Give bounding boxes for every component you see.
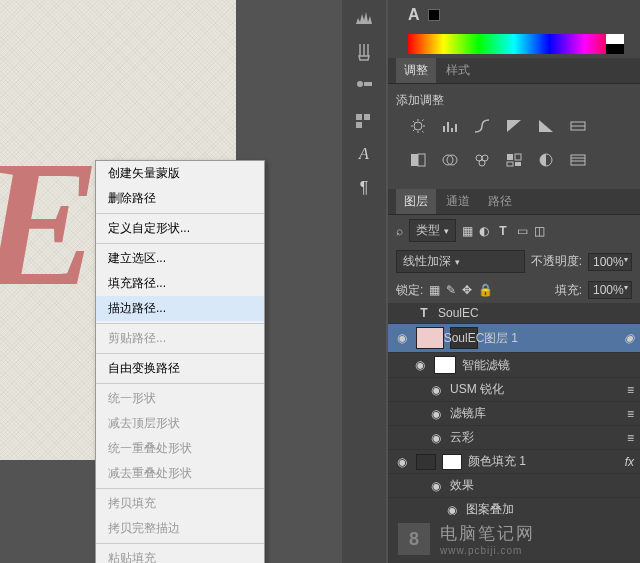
filter-mask-thumb: [434, 356, 456, 374]
context-item[interactable]: 描边路径...: [96, 296, 264, 321]
layer-smartfilters[interactable]: ◉ 智能滤镜: [388, 353, 640, 378]
watermark-footer: 8 电脑笔记网 www.pcbiji.com: [388, 515, 640, 563]
filter-options-icon[interactable]: ≡: [627, 431, 634, 445]
color-topbar: A: [388, 0, 640, 30]
context-item: 减去顶层形状: [96, 411, 264, 436]
filter-smart-icon[interactable]: ◫: [534, 224, 545, 238]
context-item[interactable]: 自由变换路径: [96, 356, 264, 381]
right-panels: A 调整 样式 添加调整 图层 通道 路径 ⌕ 类型: [388, 0, 640, 563]
lock-pixels-icon[interactable]: ✎: [446, 283, 456, 297]
context-item: 统一重叠处形状: [96, 436, 264, 461]
path-context-menu: 创建矢量蒙版删除路径定义自定形状...建立选区...填充路径...描边路径...…: [95, 160, 265, 563]
svg-rect-14: [515, 154, 521, 160]
swatches-icon[interactable]: [350, 110, 378, 130]
histogram-icon[interactable]: [350, 8, 378, 28]
fill-label: 填充:: [555, 282, 582, 299]
paragraph-icon[interactable]: ¶: [350, 178, 378, 198]
filter-text-icon[interactable]: T: [495, 224, 511, 238]
fill-input[interactable]: 100%: [588, 281, 632, 299]
filter-options-icon[interactable]: ≡: [627, 407, 634, 421]
watermark-title: 电脑笔记网: [440, 522, 535, 545]
watermark-logo-icon: 8: [398, 523, 430, 555]
filter-pixel-icon[interactable]: ▦: [462, 224, 473, 238]
color-lookup-icon[interactable]: [504, 151, 524, 169]
filter-adjust-icon[interactable]: ◐: [479, 224, 489, 238]
smart-filter-indicator-icon[interactable]: ◉: [624, 331, 634, 345]
lock-all-icon[interactable]: 🔒: [478, 283, 493, 297]
visibility-icon[interactable]: ◉: [394, 331, 410, 345]
adjustment-icons-row2: [396, 143, 632, 177]
visibility-icon[interactable]: ◉: [428, 383, 444, 397]
invert-icon[interactable]: [536, 151, 556, 169]
context-item: 粘贴填充: [96, 546, 264, 563]
hue-icon[interactable]: [568, 117, 588, 135]
posterize-icon[interactable]: [568, 151, 588, 169]
context-item[interactable]: 创建矢量蒙版: [96, 161, 264, 186]
foreground-color-swatch[interactable]: [428, 9, 440, 21]
tab-styles[interactable]: 样式: [438, 58, 478, 83]
lock-fill-row: 锁定: ▦ ✎ ✥ 🔒 填充: 100%: [388, 277, 640, 303]
fx-icon[interactable]: fx: [625, 455, 634, 469]
channel-mixer-icon[interactable]: [472, 151, 492, 169]
levels-icon[interactable]: [440, 117, 460, 135]
adjustments-section: 添加调整: [388, 84, 640, 185]
filter-type-dropdown[interactable]: 类型: [409, 219, 456, 242]
add-adjustment-label: 添加调整: [396, 92, 632, 109]
tab-layers[interactable]: 图层: [396, 189, 436, 214]
visibility-icon[interactable]: ◉: [428, 479, 444, 493]
opacity-label: 不透明度:: [531, 253, 582, 270]
brushes-icon[interactable]: [350, 42, 378, 62]
brush-presets-icon[interactable]: [350, 76, 378, 96]
svg-rect-18: [571, 155, 585, 165]
fill-thumb: [416, 454, 436, 470]
tab-paths[interactable]: 路径: [480, 189, 520, 214]
layer-name: SoulEC: [438, 306, 479, 320]
svg-point-12: [479, 160, 485, 166]
curves-icon[interactable]: [472, 117, 492, 135]
layer-name: 云彩: [450, 429, 474, 446]
context-item[interactable]: 定义自定形状...: [96, 216, 264, 241]
layer-text-soulec[interactable]: T SoulEC: [388, 303, 640, 324]
tab-adjustments[interactable]: 调整: [396, 58, 436, 83]
context-item[interactable]: 删除路径: [96, 186, 264, 211]
character-icon[interactable]: A: [350, 144, 378, 164]
layer-name: 智能滤镜: [462, 357, 510, 374]
svg-rect-16: [515, 162, 521, 166]
exposure-icon[interactable]: [504, 117, 524, 135]
tab-channels[interactable]: 通道: [438, 189, 478, 214]
layer-name: USM 锐化: [450, 381, 504, 398]
visibility-icon[interactable]: ◉: [394, 455, 410, 469]
type-color-icon[interactable]: A: [408, 6, 420, 24]
context-item: 减去重叠处形状: [96, 461, 264, 486]
brightness-icon[interactable]: [408, 117, 428, 135]
layer-thumb: [416, 327, 444, 349]
lock-position-icon[interactable]: ✥: [462, 283, 472, 297]
layer-filter-gallery[interactable]: ◉ 滤镜库 ≡: [388, 402, 640, 426]
layer-colorfill[interactable]: ◉ 颜色填充 1 fx: [388, 450, 640, 474]
context-item[interactable]: 填充路径...: [96, 271, 264, 296]
visibility-icon[interactable]: ◉: [412, 358, 428, 372]
layer-layer1[interactable]: ◉ SoulEC 图层 1 ◉: [388, 324, 640, 353]
filter-shape-icon[interactable]: ▭: [517, 224, 528, 238]
svg-rect-15: [507, 162, 513, 166]
context-item: 拷贝完整描边: [96, 516, 264, 541]
visibility-icon[interactable]: ◉: [428, 431, 444, 445]
blend-mode-dropdown[interactable]: 线性加深: [396, 250, 525, 273]
opacity-input[interactable]: 100%: [588, 253, 632, 271]
context-item: 统一形状: [96, 386, 264, 411]
color-spectrum[interactable]: [408, 34, 620, 54]
context-item[interactable]: 建立选区...: [96, 246, 264, 271]
svg-point-4: [414, 122, 422, 130]
search-icon[interactable]: ⌕: [396, 224, 403, 238]
photo-filter-icon[interactable]: [440, 151, 460, 169]
vibrance-icon[interactable]: [536, 117, 556, 135]
layer-clouds[interactable]: ◉ 云彩 ≡: [388, 426, 640, 450]
visibility-icon[interactable]: ◉: [428, 407, 444, 421]
layers-list: T SoulEC ◉ SoulEC 图层 1 ◉ ◉ 智能滤镜 ◉ USM 锐化…: [388, 303, 640, 547]
bw-icon[interactable]: [408, 151, 428, 169]
svg-rect-6: [411, 154, 418, 166]
filter-options-icon[interactable]: ≡: [627, 383, 634, 397]
layer-effects[interactable]: ◉ 效果: [388, 474, 640, 498]
lock-transparency-icon[interactable]: ▦: [429, 283, 440, 297]
layer-usm[interactable]: ◉ USM 锐化 ≡: [388, 378, 640, 402]
